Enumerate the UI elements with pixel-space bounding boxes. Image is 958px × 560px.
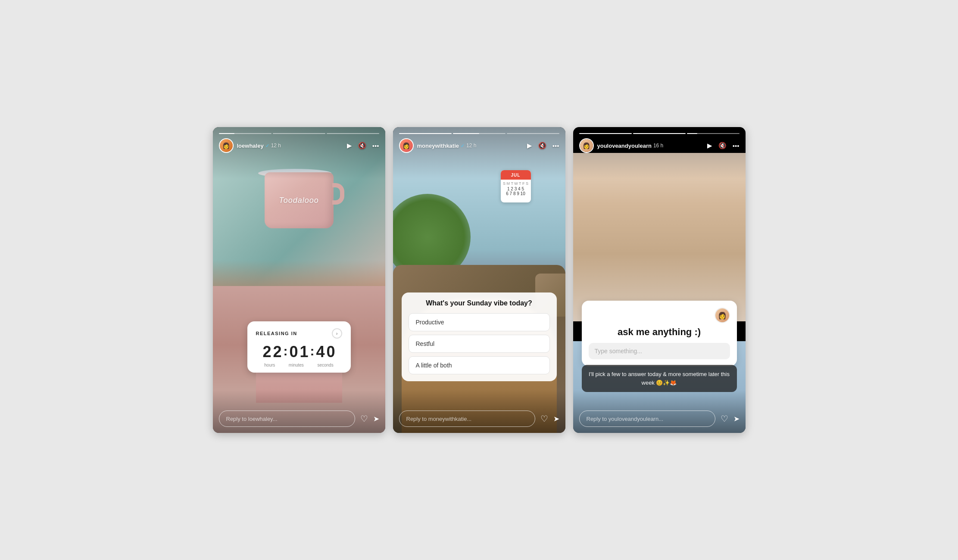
story-user-left-2: 👩 moneywithkatie ✓ 12 h [399, 138, 477, 153]
story-controls-2: ▶ 🔇 ••• [527, 142, 559, 149]
story-user-left-1: 👩 loewhaley ✓ 12 h [219, 138, 281, 153]
ama-avatar: 👩 [715, 308, 730, 323]
story-header-1: 👩 loewhaley ✓ 12 h ▶ 🔇 ••• [213, 127, 385, 156]
heart-icon-2[interactable]: ♡ [540, 414, 548, 424]
ama-input-display[interactable]: Type something... [589, 343, 730, 359]
story-controls-3: ▶ 🔇 ••• [707, 142, 740, 149]
label-seconds: seconds [317, 363, 333, 367]
story-card-2: JUL S M T W T F S 1 2 3 4 5 6 7 8 9 10 [393, 127, 565, 433]
progress-bar-row-3 [579, 133, 740, 134]
countdown-colon-2: : [310, 344, 315, 358]
progress-seg-2-3 [507, 133, 559, 134]
reply-input-1[interactable] [219, 411, 355, 427]
poll-option-2[interactable]: Restful [409, 335, 550, 353]
progress-seg-1 [219, 133, 271, 134]
play-icon-1[interactable]: ▶ [347, 142, 352, 149]
verified-2: ✓ [461, 143, 465, 149]
user-info-3: youloveandyoulearn 16 h [597, 143, 664, 149]
avatar-img-2: 👩 [400, 139, 413, 152]
progress-bar-row-1 [219, 133, 379, 134]
stories-container: Toodalooo Toodalooo [213, 127, 746, 433]
play-icon-3[interactable]: ▶ [707, 142, 712, 149]
play-icon-2[interactable]: ▶ [527, 142, 532, 149]
story-user-left-3: 👩 youloveandyoulearn 16 h [579, 138, 664, 153]
more-icon-3[interactable]: ••• [733, 142, 740, 149]
reply-row-1: ♡ ➤ [219, 411, 379, 427]
mug-handle [332, 183, 344, 205]
progress-seg-3-1 [579, 133, 632, 134]
avatar-3[interactable]: 👩 [579, 138, 594, 153]
countdown-colon-1: : [283, 344, 287, 358]
send-icon-3[interactable]: ➤ [733, 414, 740, 423]
countdown-widget: RELEASING IN › 2 2 : 0 1 : 4 0 hours min… [247, 321, 351, 373]
heart-icon-3[interactable]: ♡ [721, 414, 728, 424]
calendar-body: S M T W T F S 1 2 3 4 5 6 7 8 9 10 [501, 180, 531, 198]
mute-icon-2[interactable]: 🔇 [538, 142, 546, 149]
more-icon-2[interactable]: ••• [552, 142, 559, 149]
countdown-title: RELEASING IN [256, 331, 297, 336]
story-footer-1: ♡ ➤ [213, 406, 385, 433]
more-icon-1[interactable]: ••• [372, 142, 379, 149]
time-ago-2: 12 h [466, 143, 476, 149]
story-card-1: Toodalooo Toodalooo [213, 127, 385, 433]
ama-header: 👩 [589, 308, 730, 323]
poll-question: What's your Sunday vibe today? [409, 299, 550, 307]
username-1: loewhaley [237, 143, 264, 149]
label-hours: hours [264, 363, 275, 367]
mug-body: Toodalooo [265, 172, 334, 228]
reply-row-3: ♡ ➤ [579, 411, 740, 427]
story-user-row-2: 👩 moneywithkatie ✓ 12 h ▶ 🔇 ••• [399, 138, 559, 153]
progress-seg-2-2 [453, 133, 506, 134]
countdown-min2: 1 [300, 344, 309, 360]
username-row-2: moneywithkatie ✓ 12 h [417, 143, 477, 149]
story-card-3: 👩 youloveandyoulearn 16 h ▶ 🔇 ••• [573, 127, 746, 433]
time-ago-3: 16 h [653, 143, 663, 149]
countdown-header: RELEASING IN › [256, 328, 342, 339]
story-user-row-3: 👩 youloveandyoulearn 16 h ▶ 🔇 ••• [579, 138, 740, 153]
hands-overlay [213, 260, 385, 286]
story-footer-2: ♡ ➤ [393, 406, 565, 433]
progress-seg-3-2 [633, 133, 686, 134]
countdown-sec1: 4 [316, 344, 325, 360]
progress-seg-2-1 [399, 133, 452, 134]
reply-row-2: ♡ ➤ [399, 411, 559, 427]
poll-widget: What's your Sunday vibe today? Productiv… [402, 292, 557, 381]
heart-icon-1[interactable]: ♡ [360, 414, 368, 424]
ama-placeholder: Type something... [595, 348, 643, 355]
mug-text: Toodalooo [279, 196, 318, 205]
story-footer-3: ♡ ➤ [573, 406, 746, 433]
progress-seg-3 [327, 133, 379, 134]
calendar-decoration: JUL S M T W T F S 1 2 3 4 5 6 7 8 9 10 [501, 170, 531, 202]
verified-1: ✓ [265, 143, 269, 149]
progress-bar-row-2 [399, 133, 559, 134]
ama-widget: 👩 ask me anything :) Type something... [582, 301, 737, 366]
story-user-row-1: 👩 loewhaley ✓ 12 h ▶ 🔇 ••• [219, 138, 379, 153]
progress-seg-3-3 [687, 133, 740, 134]
mute-icon-1[interactable]: 🔇 [358, 142, 366, 149]
countdown-arrow[interactable]: › [332, 328, 342, 339]
user-info-1: loewhaley ✓ 12 h [237, 143, 281, 149]
avatar-1[interactable]: 👩 [219, 138, 234, 153]
ama-title: ask me anything :) [589, 327, 730, 338]
avatar-img-3: 👩 [580, 139, 593, 152]
reply-input-3[interactable] [579, 411, 715, 427]
mute-icon-3[interactable]: 🔇 [718, 142, 727, 149]
username-row-1: loewhaley ✓ 12 h [237, 143, 281, 149]
story-header-2: 👩 moneywithkatie ✓ 12 h ▶ 🔇 ••• [393, 127, 565, 156]
send-icon-1[interactable]: ➤ [373, 414, 379, 423]
username-row-3: youloveandyoulearn 16 h [597, 143, 664, 149]
poll-option-3[interactable]: A little of both [409, 356, 550, 374]
username-3: youloveandyoulearn [597, 143, 652, 149]
caption-content-3: I'll pick a few to answer today & more s… [588, 370, 731, 387]
poll-option-1[interactable]: Productive [409, 313, 550, 331]
reply-input-2[interactable] [399, 411, 535, 427]
countdown-hour1: 2 [262, 344, 271, 360]
avatar-img-1: 👩 [220, 139, 233, 152]
progress-seg-2 [273, 133, 325, 134]
avatar-2[interactable]: 👩 [399, 138, 414, 153]
time-ago-1: 12 h [271, 143, 281, 149]
countdown-labels: hours minutes seconds [256, 363, 342, 367]
mug-illustration: Toodalooo [260, 172, 338, 241]
username-2: moneywithkatie [417, 143, 459, 149]
send-icon-2[interactable]: ➤ [553, 414, 559, 423]
